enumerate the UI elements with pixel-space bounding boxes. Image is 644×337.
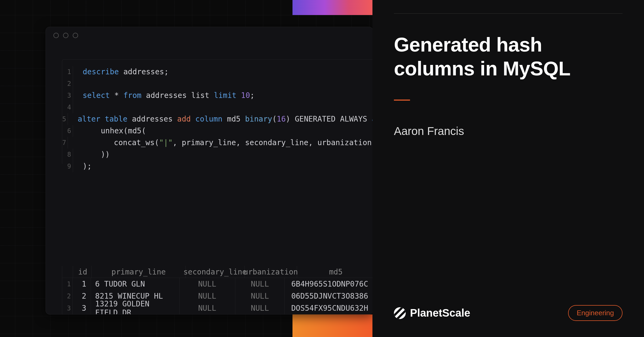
brand-name: PlanetScale [410, 307, 470, 319]
col-urbanization: urbanization [245, 266, 297, 278]
code-line: 3select * from addresses list limit 10; [62, 90, 373, 101]
col-id: id [73, 266, 92, 278]
code-line: 7 concat_ws("|", primary_line, secondary… [62, 137, 373, 149]
cell-urbanization: NULL [235, 290, 285, 302]
code-line: 1describe addresses; [62, 66, 373, 78]
code-line: 2 [62, 78, 373, 90]
code-content: select * from addresses list limit 10; [73, 90, 255, 101]
traffic-light-close-icon[interactable] [53, 33, 59, 38]
line-number: 6 [62, 125, 73, 137]
cell-secondary: NULL [180, 302, 235, 314]
cell-primary: 6 TUDOR GLN [91, 278, 180, 290]
code-content: alter table addresses add column md5 bin… [68, 113, 373, 125]
traffic-light-zoom-icon[interactable] [73, 33, 78, 38]
cell-urbanization: NULL [235, 302, 285, 314]
cell-secondary: NULL [180, 278, 235, 290]
cell-id: 1 [73, 278, 91, 290]
col-md5: md5 [297, 266, 373, 278]
line-number: 3 [62, 90, 73, 101]
code-line: 6 unhex(md5( [62, 125, 373, 137]
code-content: unhex(md5( [73, 125, 146, 137]
accent-rule [394, 100, 410, 101]
info-panel: Generated hash columns in MySQL Aaron Fr… [372, 0, 644, 337]
window-titlebar [46, 27, 373, 44]
row-number: 3 [62, 302, 73, 314]
cell-urbanization: NULL [235, 278, 285, 290]
brand-logo[interactable]: PlanetScale [394, 307, 470, 319]
table-row: 116 TUDOR GLNNULLNULL6B4H965S1ODNP076C [62, 278, 373, 290]
row-number: 1 [62, 278, 73, 290]
line-number: 7 [62, 137, 68, 149]
code-line: 9); [62, 160, 373, 172]
cell-secondary: NULL [180, 290, 235, 302]
code-editor[interactable]: 1describe addresses;23select * from addr… [62, 59, 373, 164]
table-row: 3313219 GOLDEN FIELD DRNULLNULLDOS54FX95… [62, 302, 373, 314]
editor-window: 1describe addresses;23select * from addr… [46, 27, 373, 314]
code-content: )) [73, 149, 110, 160]
cell-md5: 6B4H965S1ODNP076C [285, 278, 373, 290]
cell-id: 2 [73, 290, 91, 302]
cell-md5: 06D55DJNVCT3O8386 [285, 290, 373, 302]
line-number: 8 [62, 149, 73, 160]
accent-gradient-top [292, 0, 373, 15]
line-number: 9 [62, 160, 73, 172]
divider [394, 13, 623, 14]
cell-primary: 13219 GOLDEN FIELD DR [91, 302, 180, 314]
code-line: 8 )) [62, 149, 373, 160]
planetscale-icon [394, 307, 406, 319]
category-tag[interactable]: Engineering [568, 305, 623, 321]
line-number: 5 [62, 113, 68, 125]
results-table: idprimary_linesecondary_lineurbanization… [62, 266, 373, 314]
article-title: Generated hash columns in MySQL [394, 33, 623, 81]
col-secondary: secondary_line [186, 266, 245, 278]
code-content: ); [73, 160, 92, 172]
code-line: 4 [62, 101, 373, 113]
row-number: 2 [62, 290, 73, 302]
code-content [73, 78, 83, 90]
code-content [73, 101, 83, 113]
accent-gradient-bottom [292, 314, 373, 337]
code-content: describe addresses; [73, 66, 169, 78]
line-number: 1 [62, 66, 73, 78]
traffic-light-minimize-icon[interactable] [63, 33, 68, 38]
line-number: 2 [62, 78, 73, 90]
line-number: 4 [62, 101, 73, 113]
author-name: Aaron Francis [394, 125, 623, 138]
code-line: 5alter table addresses add column md5 bi… [62, 113, 373, 125]
col-primary: primary_line [92, 266, 186, 278]
code-content: concat_ws("|", primary_line, secondary_l… [68, 137, 373, 149]
cell-id: 3 [73, 302, 91, 314]
cell-md5: DOS54FX95CNDU632H [285, 302, 373, 314]
table-header-row: idprimary_linesecondary_lineurbanization… [62, 266, 373, 278]
